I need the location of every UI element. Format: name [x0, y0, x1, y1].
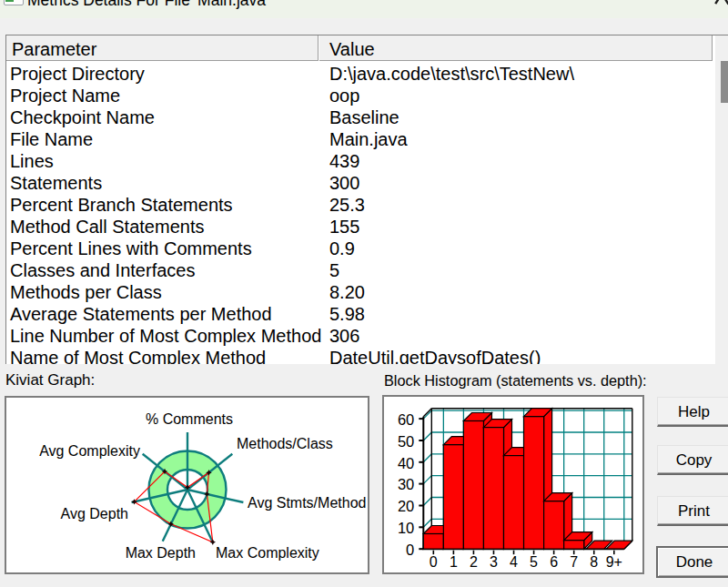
svg-text:Avg Complexity: Avg Complexity [39, 443, 140, 459]
svg-text:0: 0 [406, 541, 414, 558]
svg-text:50: 50 [398, 433, 414, 450]
svg-text:8: 8 [590, 554, 598, 570]
svg-text:20: 20 [398, 498, 414, 514]
svg-text:Max Depth: Max Depth [126, 545, 196, 561]
svg-text:Max Complexity: Max Complexity [216, 545, 319, 561]
svg-text:Avg Stmts/Method: Avg Stmts/Method [248, 495, 366, 511]
svg-text:7: 7 [570, 554, 578, 570]
svg-text:% Comments: % Comments [146, 411, 233, 427]
svg-text:9+: 9+ [606, 554, 622, 570]
svg-text:10: 10 [398, 520, 414, 536]
svg-text:30: 30 [398, 476, 414, 492]
svg-text:40: 40 [398, 455, 414, 471]
svg-text:Avg Depth: Avg Depth [61, 506, 128, 521]
svg-text:60: 60 [398, 411, 414, 428]
svg-text:4: 4 [510, 554, 518, 570]
svg-text:2: 2 [470, 554, 478, 570]
svg-text:5: 5 [530, 554, 538, 570]
svg-text:1: 1 [450, 554, 458, 570]
svg-text:Methods/Class: Methods/Class [237, 436, 333, 451]
svg-text:6: 6 [550, 554, 558, 570]
svg-text:0: 0 [430, 554, 438, 570]
svg-text:3: 3 [490, 554, 498, 570]
